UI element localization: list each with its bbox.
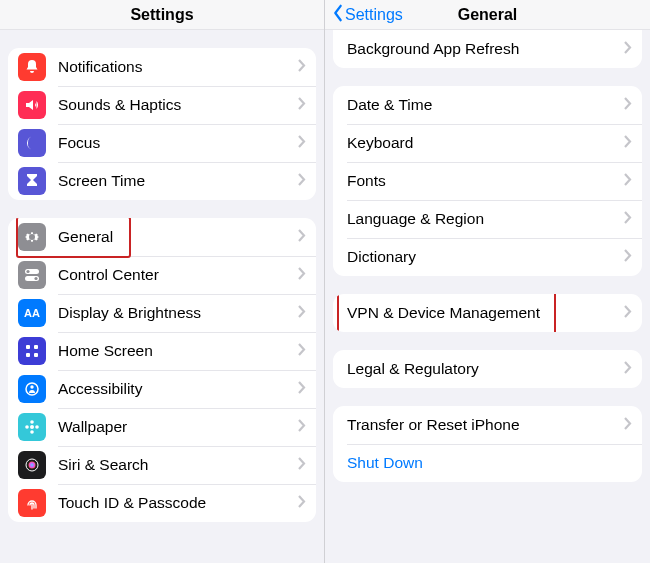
chevron-right-icon — [624, 304, 632, 322]
row-language[interactable]: Language & Region — [333, 200, 642, 238]
row-label: Background App Refresh — [347, 40, 624, 58]
chevron-right-icon — [624, 40, 632, 58]
row-label: Notifications — [58, 58, 298, 76]
chevron-right-icon — [624, 96, 632, 114]
row-notifications[interactable]: Notifications — [8, 48, 316, 86]
siri-icon — [18, 451, 46, 479]
row-shutdown[interactable]: Shut Down — [333, 444, 642, 482]
chevron-right-icon — [624, 360, 632, 378]
row-wallpaper[interactable]: Wallpaper — [8, 408, 316, 446]
chevron-right-icon — [298, 266, 306, 284]
right-header: Settings General — [325, 0, 650, 30]
row-touchid[interactable]: Touch ID & Passcode — [8, 484, 316, 522]
row-label: Touch ID & Passcode — [58, 494, 298, 512]
row-label: Wallpaper — [58, 418, 298, 436]
row-label: Language & Region — [347, 210, 624, 228]
row-label: Accessibility — [58, 380, 298, 398]
chevron-right-icon — [624, 416, 632, 434]
right-title: General — [325, 6, 650, 24]
chevron-right-icon — [298, 134, 306, 152]
row-datetime[interactable]: Date & Time — [333, 86, 642, 124]
chevron-right-icon — [298, 380, 306, 398]
chevron-right-icon — [298, 304, 306, 322]
row-display[interactable]: Display & Brightness — [8, 294, 316, 332]
row-legal[interactable]: Legal & Regulatory — [333, 350, 642, 388]
row-keyboard[interactable]: Keyboard — [333, 124, 642, 162]
grid-icon — [18, 337, 46, 365]
gear-icon — [18, 223, 46, 251]
chevron-right-icon — [624, 210, 632, 228]
right-group-4: Transfer or Reset iPhoneShut Down — [333, 406, 642, 482]
row-label: General — [58, 228, 298, 246]
chevron-right-icon — [624, 248, 632, 266]
row-label: Control Center — [58, 266, 298, 284]
row-label: Home Screen — [58, 342, 298, 360]
flower-icon — [18, 413, 46, 441]
row-label: VPN & Device Management — [347, 304, 624, 322]
row-focus[interactable]: Focus — [8, 124, 316, 162]
aa-icon — [18, 299, 46, 327]
row-fonts[interactable]: Fonts — [333, 162, 642, 200]
row-transfer[interactable]: Transfer or Reset iPhone — [333, 406, 642, 444]
chevron-right-icon — [298, 228, 306, 246]
row-dictionary[interactable]: Dictionary — [333, 238, 642, 276]
row-label: Display & Brightness — [58, 304, 298, 322]
left-header: Settings — [0, 0, 324, 30]
right-group-0: Background App Refresh — [333, 30, 642, 68]
hourglass-icon — [18, 167, 46, 195]
settings-pane: Settings NotificationsSounds & HapticsFo… — [0, 0, 325, 563]
chevron-right-icon — [298, 96, 306, 114]
moon-icon — [18, 129, 46, 157]
chevron-right-icon — [298, 456, 306, 474]
row-siri[interactable]: Siri & Search — [8, 446, 316, 484]
row-label: Focus — [58, 134, 298, 152]
chevron-right-icon — [298, 342, 306, 360]
row-label: Sounds & Haptics — [58, 96, 298, 114]
row-label: Date & Time — [347, 96, 624, 114]
switches-icon — [18, 261, 46, 289]
left-group-1: NotificationsSounds & HapticsFocusScreen… — [8, 48, 316, 200]
bell-icon — [18, 53, 46, 81]
chevron-right-icon — [298, 494, 306, 512]
person-icon — [18, 375, 46, 403]
row-label: Siri & Search — [58, 456, 298, 474]
chevron-right-icon — [298, 172, 306, 190]
chevron-right-icon — [298, 418, 306, 436]
row-label: Screen Time — [58, 172, 298, 190]
right-group-2: VPN & Device Management — [333, 294, 642, 332]
row-label: Fonts — [347, 172, 624, 190]
row-label: Keyboard — [347, 134, 624, 152]
row-label: Transfer or Reset iPhone — [347, 416, 624, 434]
row-homescreen[interactable]: Home Screen — [8, 332, 316, 370]
speaker-icon — [18, 91, 46, 119]
general-pane: Settings General Background App Refresh … — [325, 0, 650, 563]
fingerprint-icon — [18, 489, 46, 517]
row-label: Shut Down — [347, 454, 632, 472]
row-vpn[interactable]: VPN & Device Management — [333, 294, 642, 332]
left-title: Settings — [0, 6, 324, 24]
chevron-right-icon — [624, 134, 632, 152]
right-group-3: Legal & Regulatory — [333, 350, 642, 388]
row-label: Legal & Regulatory — [347, 360, 624, 378]
row-label: Dictionary — [347, 248, 624, 266]
row-screentime[interactable]: Screen Time — [8, 162, 316, 200]
left-group-2: GeneralControl CenterDisplay & Brightnes… — [8, 218, 316, 522]
row-general[interactable]: General — [8, 218, 316, 256]
row-controlcenter[interactable]: Control Center — [8, 256, 316, 294]
chevron-right-icon — [624, 172, 632, 190]
chevron-right-icon — [298, 58, 306, 76]
right-group-1: Date & TimeKeyboardFontsLanguage & Regio… — [333, 86, 642, 276]
row-bgrefresh[interactable]: Background App Refresh — [333, 30, 642, 68]
row-accessibility[interactable]: Accessibility — [8, 370, 316, 408]
row-sounds[interactable]: Sounds & Haptics — [8, 86, 316, 124]
